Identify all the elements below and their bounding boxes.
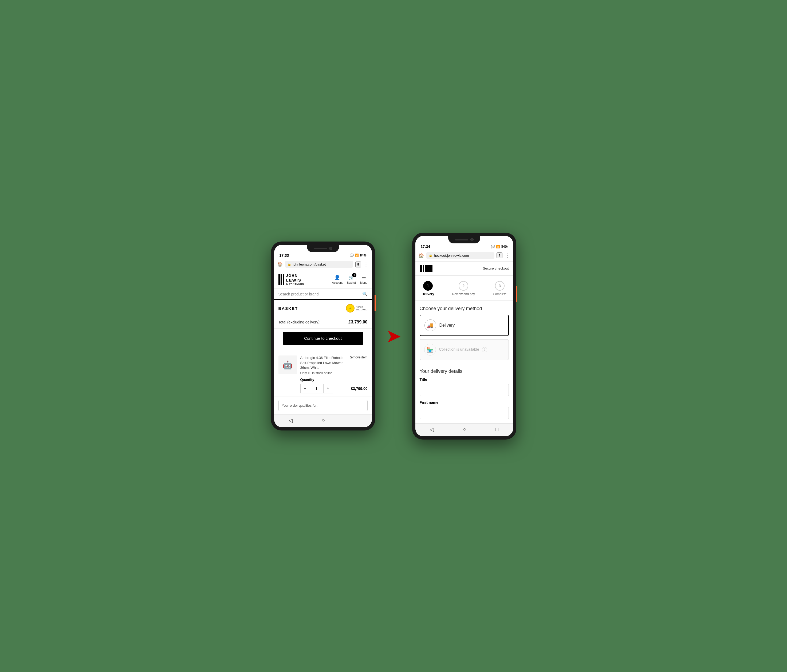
collection-option: 🏪 Collection is unavailable ? [420,339,509,360]
search-input[interactable] [278,292,360,296]
time-left: 17:33 [280,253,289,257]
left-phone-screen: 17:33 💬 📶 84% 🏠 🔒 johnlewis.com/basket 5… [274,245,372,427]
url-input-left[interactable]: 🔒 johnlewis.com/basket [285,261,353,268]
jl-bar-s2 [421,265,422,272]
status-icons-left: 💬 📶 84% [350,254,366,257]
total-price: £3,799.00 [348,320,367,325]
jl-bar-s3 [423,265,424,272]
step-circle-2: 2 [458,281,468,291]
nav-menu[interactable]: ☰ Menu [360,274,368,284]
step-2: 2 Review and pay [452,281,475,296]
menu-icon: ☰ [362,274,366,281]
remove-item-link[interactable]: Remove item [349,355,368,359]
account-icon: 👤 [334,274,340,281]
delivery-details-title: Your delivery details [416,363,513,377]
home-icon-left[interactable]: 🏠 [277,262,283,267]
title-field-group: Title [416,377,513,400]
order-qualifies-text: Your order qualifies for: [282,404,318,407]
home-button-right[interactable]: ○ [463,426,466,432]
delivery-option[interactable]: 🚚 Delivery [420,315,509,336]
basket-label: Basket [347,281,356,284]
collection-option-label: Collection is unavailable ? [439,347,487,352]
address-bar-right: 🏠 🔒 heckout.johnlewis.com 5 ⋮ [416,250,513,262]
quantity-decrease-button[interactable]: − [300,384,310,393]
total-row: Total (excluding delivery): £3,799.00 [274,316,372,328]
search-bar[interactable]: 🔍 [274,289,372,300]
home-button-left[interactable]: ○ [322,417,325,424]
jl-bar-2 [281,274,282,285]
back-button-right[interactable]: ◁ [430,426,434,432]
square-button-right[interactable]: □ [495,426,498,432]
step-line-1 [434,286,452,286]
delivery-method-title: Choose your delivery method [416,301,513,315]
title-input[interactable] [420,384,509,396]
back-button-left[interactable]: ◁ [289,417,292,424]
secure-text: Secure checkout [483,267,509,270]
speaker [314,248,327,249]
step-3: 3 Complete [493,281,506,296]
more-icon-left[interactable]: ⋮ [363,261,369,268]
url-text-right: heckout.johnlewis.com [434,254,469,257]
order-qualifies: Your order qualifies for: [278,400,368,411]
progress-steps: 1 Delivery 2 Review and pay 3 Complete [416,276,513,301]
step-label-1: Delivery [422,292,435,296]
nav-basket[interactable]: 🛒 1 Basket [347,274,356,284]
basket-icon: 🛒 1 [348,274,354,281]
side-notch-right [516,286,517,302]
url-input-right[interactable]: 🔒 heckout.johnlewis.com [426,252,495,259]
norton-text: NortonSECURED [356,306,367,311]
scene: 17:33 💬 📶 84% 🏠 🔒 johnlewis.com/basket 5… [271,233,516,440]
account-label: Account [332,281,343,284]
john-text: JÖHN [286,274,304,278]
nav-account[interactable]: 👤 Account [332,274,343,284]
total-label: Total (excluding delivery): [278,320,321,324]
product-price: £3,799.00 [351,386,367,391]
step-label-2: Review and pay [452,292,475,296]
tab-count-right[interactable]: 5 [496,252,503,258]
jl-bar-s1 [420,265,421,272]
square-button-left[interactable]: □ [354,417,357,424]
norton-badge: ✓ NortonSECURED [346,304,367,312]
delivery-truck-icon: 🚚 [425,319,436,331]
side-notch-left [375,295,376,311]
camera-notch [307,245,339,252]
collection-store-icon: 🏪 [424,344,436,355]
first-name-field-group: First name [416,400,513,423]
collection-help-icon[interactable]: ? [482,347,487,352]
right-phone-screen: 17:34 💬 📶 84% 🏠 🔒 heckout.johnlewis.com … [416,236,513,436]
step-circle-1: 1 [423,281,433,291]
quantity-increase-button[interactable]: + [323,384,333,393]
title-field-label: Title [420,377,509,382]
lock-icon-right: 🔒 [429,254,433,257]
jl-bar-3 [283,274,284,285]
product-stock: Only 10 in stock online [300,371,368,375]
basket-badge: 1 [352,273,356,277]
delivery-option-label: Delivery [439,323,455,328]
jl-square [425,265,433,272]
bottom-bar-right: ◁ ○ □ [416,423,513,436]
whatsapp-icon: 💬 [350,254,354,257]
step-1: 1 Delivery [422,281,435,296]
first-name-input[interactable] [420,407,509,419]
partners-text: & PARTNERS [286,282,304,286]
camera-notch-right [448,236,480,243]
search-icon[interactable]: 🔍 [362,292,368,297]
more-icon-right[interactable]: ⋮ [504,252,510,259]
jl-bars-small [420,265,424,272]
home-icon-right[interactable]: 🏠 [419,253,424,258]
checkout-button[interactable]: Continue to checkout [283,332,363,345]
right-phone: 17:34 💬 📶 84% 🏠 🔒 heckout.johnlewis.com … [412,233,516,440]
checkout-btn-wrapper: Continue to checkout [274,328,372,352]
signal-icon: 📶 [355,254,359,257]
status-icons-right: 💬 📶 84% [491,245,507,248]
quantity-row: − 1 + £3,799.00 [300,384,368,393]
tab-count-left[interactable]: 5 [355,262,361,267]
step-line-2 [475,286,493,286]
jl-bar-1 [278,274,280,285]
quantity-value: 1 [310,384,323,393]
battery-right: 84% [501,245,507,248]
quantity-label: Quantity [300,378,368,382]
whatsapp-icon-right: 💬 [491,245,495,248]
signal-icon-right: 📶 [496,245,500,248]
battery-left: 84% [360,254,366,257]
